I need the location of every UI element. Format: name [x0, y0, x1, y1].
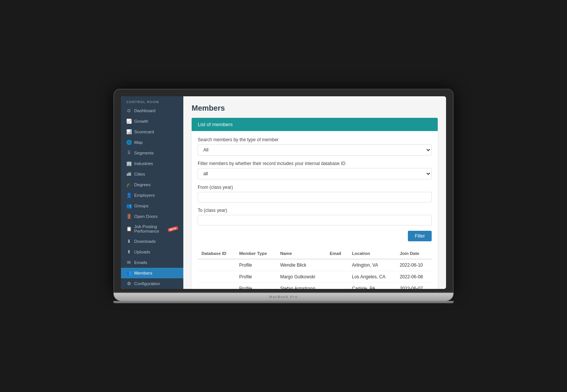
dashboard-icon: ⊙: [126, 108, 132, 113]
sidebar-item-label: Open Doors: [134, 214, 158, 219]
sidebar-item-label: Growth: [134, 119, 148, 123]
sidebar-item-map[interactable]: 🌐 Map: [121, 137, 183, 148]
cell-email: [326, 283, 348, 289]
cell-database-id: [198, 283, 235, 289]
main-content: Members List of members Search members b…: [183, 96, 446, 289]
filter-database-id-select[interactable]: all yes no: [198, 168, 432, 179]
cell-join-date: 2022-06-07: [396, 283, 432, 289]
to-class-year-group: To (class year): [198, 208, 432, 225]
beta-badge: BETA: [168, 226, 178, 232]
cell-join-date: 2022-06-10: [396, 259, 432, 271]
sidebar-item-label: Configuration: [134, 281, 160, 286]
cell-member-type: Profile: [235, 259, 276, 271]
col-database-id: Database ID: [198, 248, 235, 259]
sidebar-item-job-posting[interactable]: 📋 Job Posting Performance BETA: [121, 222, 183, 236]
table-body: Profile Wendie Blick Arlington, VA 2022-…: [198, 259, 432, 289]
emails-icon: ✉: [126, 260, 132, 265]
sidebar-item-growth[interactable]: 📈 Growth: [121, 116, 183, 127]
col-join-date: Join Date: [396, 248, 432, 259]
sidebar-item-label: Members: [134, 271, 152, 275]
sidebar-item-label: Cities: [134, 172, 145, 176]
sidebar-item-cities[interactable]: 🏙 Cities: [121, 169, 183, 179]
sidebar-item-segments[interactable]: ⠿ Segments: [121, 148, 183, 158]
search-member-type-select[interactable]: All Profile Company: [198, 144, 432, 156]
control-room-label: CONTROL ROOM: [121, 96, 183, 105]
cities-icon: 🏙: [126, 171, 132, 177]
sidebar-item-label: Industries: [134, 161, 153, 166]
cell-database-id: [198, 259, 235, 271]
segments-icon: ⠿: [126, 150, 132, 156]
sidebar-item-label: Map: [134, 140, 143, 145]
growth-icon: 📈: [126, 119, 132, 124]
from-class-year-input[interactable]: [198, 192, 432, 202]
sidebar-item-uploads[interactable]: ⬆ Uploads: [121, 247, 183, 257]
sidebar-item-configuration[interactable]: ⚙ Configuration: [121, 278, 183, 289]
card-body: Search members by the type of member All…: [192, 131, 438, 289]
from-class-year-group: From (class year): [198, 185, 432, 202]
laptop-brand: MacBook Pro: [269, 295, 298, 299]
industries-icon: 🏢: [126, 161, 132, 166]
to-class-year-input[interactable]: [198, 215, 432, 225]
cell-name: Stefan Armstrong: [276, 283, 326, 289]
members-icon: 👥: [126, 270, 132, 276]
job-posting-icon: 📋: [126, 226, 132, 231]
sidebar-item-label: Emails: [134, 260, 147, 265]
map-icon: 🌐: [126, 140, 132, 145]
sidebar-item-groups[interactable]: 👥 Groups: [121, 201, 183, 211]
table-row: Profile Wendie Blick Arlington, VA 2022-…: [198, 259, 432, 271]
cell-database-id: [198, 271, 235, 283]
members-card: List of members Search members by the ty…: [192, 118, 438, 289]
laptop-screen: CONTROL ROOM ⊙ Dashboard 📈 Growth 📊 Scor…: [113, 89, 454, 293]
sidebar-item-emails[interactable]: ✉ Emails: [121, 257, 183, 268]
sidebar-item-label: Downloads: [134, 239, 156, 244]
filter-database-id-label: Filter members by whether their record i…: [198, 161, 432, 166]
sidebar-item-open-doors[interactable]: 🚪 Open Doors: [121, 211, 183, 222]
uploads-icon: ⬆: [126, 249, 132, 255]
sidebar-item-label: Dashboard: [134, 108, 155, 113]
open-doors-icon: 🚪: [126, 214, 132, 219]
sidebar: CONTROL ROOM ⊙ Dashboard 📈 Growth 📊 Scor…: [121, 96, 183, 289]
cell-location: Arlington, VA: [348, 259, 396, 271]
scorecard-icon: 📊: [126, 129, 132, 134]
laptop-foot: [113, 301, 454, 303]
sidebar-item-label: Uploads: [134, 250, 150, 254]
cell-join-date: 2022-06-08: [396, 271, 432, 283]
sidebar-item-dashboard[interactable]: ⊙ Dashboard: [121, 105, 183, 116]
sidebar-item-label: Job Posting Performance: [134, 224, 164, 233]
table-row: Profile Margo Gutkowski Los Angeles, CA …: [198, 271, 432, 283]
sidebar-item-degrees[interactable]: 🎓 Degrees: [121, 179, 183, 190]
table-header-row: Database ID Member Type Name Email Locat…: [198, 248, 432, 259]
members-table: Database ID Member Type Name Email Locat…: [198, 248, 432, 289]
sidebar-item-industries[interactable]: 🏢 Industries: [121, 158, 183, 169]
to-class-year-label: To (class year): [198, 208, 432, 213]
filter-database-id-group: Filter members by whether their record i…: [198, 161, 432, 179]
cell-location: Carlisle, PA: [348, 283, 396, 289]
from-class-year-label: From (class year): [198, 185, 432, 190]
sidebar-item-label: Degrees: [134, 182, 150, 187]
sidebar-item-label: Groups: [134, 204, 149, 208]
laptop-wrapper: CONTROL ROOM ⊙ Dashboard 📈 Growth 📊 Scor…: [113, 89, 454, 303]
page-title: Members: [192, 104, 438, 113]
sidebar-item-scorecard[interactable]: 📊 Scorecard: [121, 127, 183, 137]
cell-email: [326, 271, 348, 283]
employers-icon: 👤: [126, 193, 132, 198]
cell-member-type: Profile: [235, 283, 276, 289]
filter-button[interactable]: Filter: [408, 231, 432, 241]
col-location: Location: [348, 248, 396, 259]
search-member-type-label: Search members by the type of member: [198, 137, 432, 142]
groups-icon: 👥: [126, 203, 132, 208]
filter-button-row: Filter: [198, 231, 432, 244]
configuration-icon: ⚙: [126, 281, 132, 286]
degrees-icon: 🎓: [126, 182, 132, 187]
card-header: List of members: [192, 118, 438, 131]
downloads-icon: ⬇: [126, 239, 132, 244]
laptop-base: MacBook Pro: [113, 293, 454, 301]
table-row: Profile Stefan Armstrong Carlisle, PA 20…: [198, 283, 432, 289]
sidebar-item-downloads[interactable]: ⬇ Downloads: [121, 236, 183, 247]
cell-email: [326, 259, 348, 271]
sidebar-item-employers[interactable]: 👤 Employers: [121, 190, 183, 201]
sidebar-item-label: Segments: [134, 151, 154, 155]
sidebar-item-members[interactable]: 👥 Members: [121, 268, 183, 278]
cell-location: Los Angeles, CA: [348, 271, 396, 283]
screen-inner: CONTROL ROOM ⊙ Dashboard 📈 Growth 📊 Scor…: [121, 96, 446, 289]
